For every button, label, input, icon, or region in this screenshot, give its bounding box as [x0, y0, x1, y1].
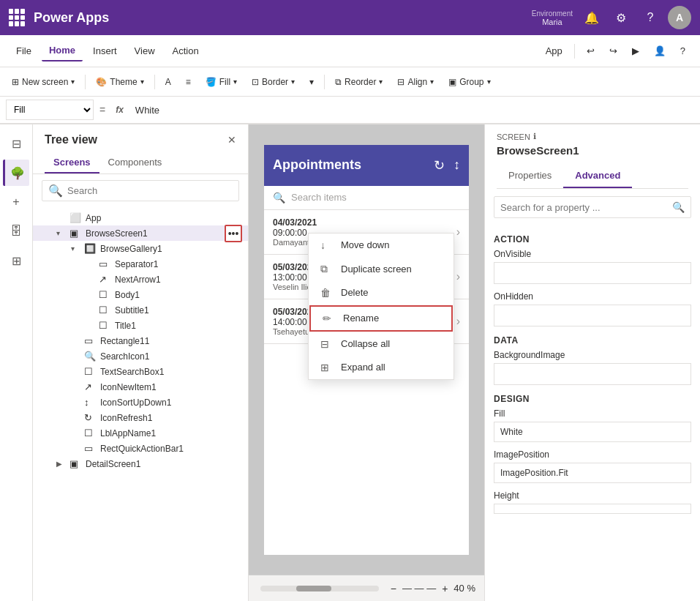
tree-item-subtitle1[interactable]: ☐ Subtitle1: [33, 302, 248, 318]
group-icon: ▣: [448, 77, 456, 87]
menu-action[interactable]: Action: [165, 41, 206, 61]
tree-item-label: BrowseGallery1: [100, 244, 242, 254]
tree-item-separator1[interactable]: ▭ Separator1: [33, 256, 248, 272]
notification-icon[interactable]: 🔔: [580, 6, 603, 29]
tree-item-label: Subtitle1: [115, 305, 242, 316]
settings-icon[interactable]: ⚙: [609, 6, 633, 29]
tab-screens[interactable]: Screens: [45, 152, 99, 173]
prop-fill-value[interactable]: White: [494, 422, 691, 442]
tree-item-iconrefresh1[interactable]: ↻ IconRefresh1: [33, 410, 248, 425]
new-screen-button[interactable]: ⊞ New screen ▾: [6, 74, 80, 90]
prop-bgimage-input[interactable]: [494, 363, 691, 385]
group-chevron: ▾: [487, 78, 491, 86]
fill-button[interactable]: 🪣 Fill ▾: [200, 74, 243, 90]
undo-button[interactable]: ↩: [581, 42, 601, 59]
zoom-minus-button[interactable]: −: [388, 581, 399, 596]
property-select[interactable]: Fill: [6, 100, 94, 120]
phone-sort-icon[interactable]: ↕: [454, 157, 460, 173]
prop-bgimage-label: BackgroundImage: [494, 350, 691, 360]
context-menu-collapse-all[interactable]: ⊟ Collapse all: [309, 332, 454, 356]
tree-item-searchicon1[interactable]: 🔍 SearchIcon1: [33, 348, 248, 364]
prop-onhidden-input[interactable]: [494, 305, 691, 326]
tab-advanced[interactable]: Advanced: [563, 164, 632, 188]
subtitle-icon: ☐: [99, 305, 112, 316]
sidebar-tree-icon[interactable]: 🌳: [3, 160, 29, 186]
tree-item-label: App: [86, 213, 242, 223]
context-menu-move-down[interactable]: ↓ Move down: [309, 234, 454, 257]
tree-item-label: DetailScreen1: [86, 459, 242, 469]
phone-refresh-icon[interactable]: ↻: [434, 157, 445, 173]
align-items-button[interactable]: ⊟ Align ▾: [391, 74, 440, 90]
menu-view[interactable]: View: [127, 41, 162, 61]
context-menu-duplicate[interactable]: ⧉ Duplicate screen: [309, 257, 454, 281]
search-icon-item: 🔍: [84, 351, 97, 362]
tree-item-lblappname1[interactable]: ☐ LblAppName1: [33, 425, 248, 441]
tree-item-browsegallery1[interactable]: ▾ 🔲 BrowseGallery1: [33, 241, 248, 256]
canvas-scrollbar[interactable]: [260, 586, 379, 591]
border-icon: ⊡: [252, 77, 259, 87]
tree-item-detailscreen1[interactable]: ▶ ▣ DetailScreen1: [33, 456, 248, 471]
sidebar-plus-icon[interactable]: +: [3, 189, 29, 215]
context-menu-delete[interactable]: 🗑 Delete: [309, 281, 454, 305]
sidebar: ⊟ 🌳 + 🗄 ⊞: [0, 124, 33, 601]
zoom-plus-button[interactable]: +: [439, 581, 451, 596]
tree-item-browsescreen1[interactable]: ▾ ▣ BrowseScreen1 •••: [33, 225, 248, 241]
help-menu-button[interactable]: ?: [674, 42, 691, 59]
sidebar-data-icon[interactable]: 🗄: [3, 218, 29, 244]
tree-item-label: NextArrow1: [115, 275, 242, 285]
tree-item-app[interactable]: ⬜ App: [33, 210, 248, 225]
screen-label: SCREEN ℹ: [497, 132, 688, 141]
tree-item-label: RectQuickActionBar1: [100, 444, 242, 454]
tab-properties[interactable]: Properties: [497, 164, 563, 188]
tree-panel-header: Tree view ✕: [33, 124, 248, 152]
phone-search-placeholder: Search items: [291, 192, 347, 203]
tree-item-nextarrow1[interactable]: ↗ NextArrow1: [33, 272, 248, 287]
dropdown-button[interactable]: ▾: [304, 74, 320, 90]
formula-input[interactable]: [131, 100, 694, 120]
text-format-button[interactable]: A: [159, 74, 177, 90]
tree-item-textsearchbox1[interactable]: ☐ TextSearchBox1: [33, 364, 248, 379]
rectangle-icon: ▭: [84, 335, 97, 346]
tree-item-body1[interactable]: ☐ Body1: [33, 287, 248, 302]
theme-button[interactable]: 🎨 Theme ▾: [90, 74, 149, 90]
help-icon[interactable]: ?: [639, 6, 662, 29]
dropdown-icon: ▾: [309, 77, 314, 87]
screen-icon: ▣: [69, 228, 83, 239]
sidebar-media-icon[interactable]: ⊞: [3, 247, 29, 274]
prop-height-label: Height: [494, 490, 691, 501]
menu-file[interactable]: File: [9, 41, 39, 61]
play-button[interactable]: ▶: [626, 42, 645, 59]
align-button[interactable]: ≡: [180, 74, 197, 90]
prop-height-value[interactable]: [494, 504, 691, 514]
tab-components[interactable]: Components: [99, 152, 171, 173]
prop-imageposition-value[interactable]: ImagePosition.Fit: [494, 463, 691, 483]
tree-item-iconsortupdown1[interactable]: ↕ IconSortUpDown1: [33, 395, 248, 410]
context-menu-expand-all[interactable]: ⊞ Expand all: [309, 356, 454, 379]
sidebar-home-icon[interactable]: ⊟: [3, 130, 29, 157]
app-grid-icon[interactable]: [9, 9, 26, 26]
reorder-button[interactable]: ⧉ Reorder ▾: [329, 74, 388, 90]
tree-panel-close[interactable]: ✕: [227, 134, 236, 146]
redo-button[interactable]: ↪: [603, 42, 623, 59]
menu-insert[interactable]: Insert: [86, 41, 124, 61]
detail-screen-icon: ▣: [69, 458, 83, 469]
right-panel-top: SCREEN ℹ BrowseScreen1 Properties Advanc…: [485, 124, 700, 189]
zoom-indicator: — — —: [402, 583, 436, 594]
prop-onvisible-input[interactable]: [494, 262, 691, 284]
group-button[interactable]: ▣ Group ▾: [443, 74, 496, 90]
menu-home[interactable]: Home: [42, 40, 83, 61]
context-menu-rename[interactable]: ✏ Rename: [309, 305, 453, 332]
share-button[interactable]: 👤: [648, 42, 671, 59]
list-item-chevron: ›: [456, 270, 460, 283]
expand-icon: ⊞: [320, 362, 334, 373]
avatar[interactable]: A: [668, 6, 691, 29]
border-button[interactable]: ⊡ Border ▾: [246, 74, 301, 90]
tree-item-rectquickactionbar1[interactable]: ▭ RectQuickActionBar1: [33, 441, 248, 456]
more-options-button[interactable]: •••: [225, 225, 242, 242]
tree-item-title1[interactable]: ☐ Title1: [33, 318, 248, 333]
property-search-input[interactable]: [500, 202, 668, 213]
tree-item-rectangle11[interactable]: ▭ Rectangle11: [33, 333, 248, 348]
tree-item-iconnewitem1[interactable]: ↗ IconNewItem1: [33, 379, 248, 395]
tree-search-input[interactable]: [67, 185, 233, 196]
fx-button[interactable]: fx: [111, 103, 128, 116]
